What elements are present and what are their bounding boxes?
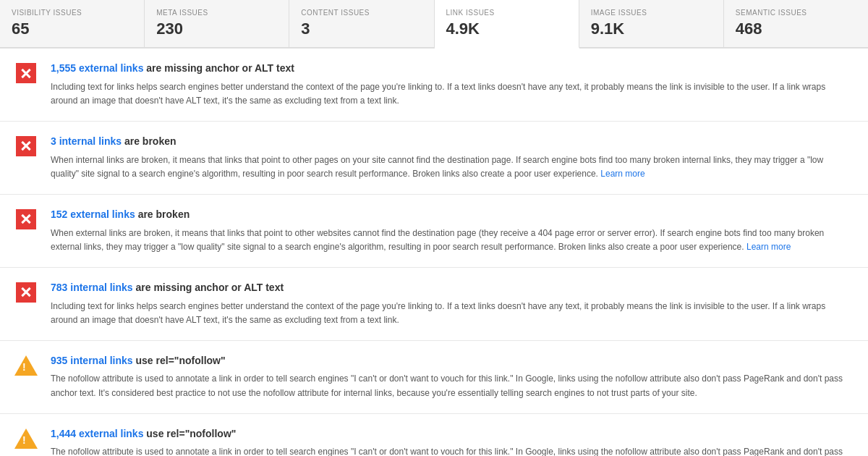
issue-title: 935 internal links use rel="nofollow" bbox=[51, 354, 854, 368]
issue-title: 3 internal links are broken bbox=[51, 135, 854, 149]
stat-item-visibility-issues[interactable]: VISIBILITY ISSUES 65 bbox=[0, 0, 145, 47]
issue-title-link[interactable]: 1,555 external links bbox=[51, 62, 143, 74]
stat-label: META ISSUES bbox=[156, 9, 277, 17]
issue-title-suffix: are missing anchor or ALT text bbox=[133, 282, 284, 293]
issue-row: 3 internal links are broken When interna… bbox=[0, 122, 868, 195]
issue-icon-container bbox=[14, 136, 38, 156]
stat-value: 230 bbox=[156, 20, 277, 38]
issue-row: 783 internal links are missing anchor or… bbox=[0, 268, 868, 341]
issue-title: 1,555 external links are missing anchor … bbox=[51, 62, 854, 76]
issue-row: 1,555 external links are missing anchor … bbox=[0, 48, 868, 122]
issue-description: When external links are broken, it means… bbox=[51, 227, 854, 254]
warning-icon bbox=[14, 355, 38, 376]
issue-title-link[interactable]: 935 internal links bbox=[51, 355, 133, 366]
issue-icon-container bbox=[14, 355, 38, 376]
stat-item-image-issues[interactable]: IMAGE ISSUES 9.1K bbox=[579, 0, 724, 47]
issue-icon-container bbox=[14, 428, 38, 449]
issue-row: 1,444 external links use rel="nofollow" … bbox=[0, 414, 868, 456]
issue-title: 783 internal links are missing anchor or… bbox=[51, 281, 854, 295]
stat-item-content-issues[interactable]: CONTENT ISSUES 3 bbox=[289, 0, 434, 47]
issue-content: 152 external links are broken When exter… bbox=[51, 208, 854, 254]
warning-icon bbox=[14, 428, 38, 449]
issue-content: 935 internal links use rel="nofollow" Th… bbox=[51, 354, 854, 400]
issue-title-suffix: use rel="nofollow" bbox=[143, 428, 236, 439]
issue-description: When internal links are broken, it means… bbox=[51, 153, 854, 181]
learn-more-link[interactable]: Learn more bbox=[600, 169, 644, 179]
issue-title-suffix: are broken bbox=[122, 135, 176, 147]
stat-label: CONTENT ISSUES bbox=[301, 9, 422, 17]
stat-label: VISIBILITY ISSUES bbox=[12, 9, 132, 17]
issue-title-suffix: are broken bbox=[135, 208, 190, 220]
issue-icon-container bbox=[14, 63, 38, 83]
issue-icon-container bbox=[14, 282, 38, 303]
error-icon bbox=[16, 136, 36, 156]
stat-value: 468 bbox=[736, 20, 856, 38]
issue-content: 1,555 external links are missing anchor … bbox=[51, 62, 854, 108]
issue-title-suffix: are missing anchor or ALT text bbox=[143, 62, 294, 74]
stats-bar: VISIBILITY ISSUES 65 META ISSUES 230 CON… bbox=[0, 0, 868, 48]
stat-value: 9.1K bbox=[591, 20, 712, 38]
stat-value: 65 bbox=[12, 20, 132, 38]
issue-row: 152 external links are broken When exter… bbox=[0, 195, 868, 268]
issue-title-suffix: use rel="nofollow" bbox=[133, 355, 226, 366]
issue-title: 152 external links are broken bbox=[51, 208, 854, 222]
issue-description: The nofollow attribute is used to annota… bbox=[51, 445, 854, 456]
stat-label: SEMANTIC ISSUES bbox=[736, 9, 856, 17]
issue-description: The nofollow attribute is used to annota… bbox=[51, 372, 854, 400]
issue-content: 783 internal links are missing anchor or… bbox=[51, 281, 854, 327]
error-icon bbox=[16, 63, 36, 83]
issues-list: 1,555 external links are missing anchor … bbox=[0, 48, 868, 456]
issue-description: Including text for links helps search en… bbox=[51, 80, 854, 108]
stat-item-semantic-issues[interactable]: SEMANTIC ISSUES 468 bbox=[724, 0, 868, 47]
issue-title-link[interactable]: 152 external links bbox=[51, 208, 135, 220]
learn-more-link[interactable]: Learn more bbox=[746, 242, 791, 252]
issue-content: 1,444 external links use rel="nofollow" … bbox=[51, 427, 854, 456]
issue-row: 935 internal links use rel="nofollow" Th… bbox=[0, 341, 868, 414]
stat-item-meta-issues[interactable]: META ISSUES 230 bbox=[145, 0, 289, 47]
issue-title-link[interactable]: 783 internal links bbox=[51, 282, 133, 293]
error-icon bbox=[16, 282, 36, 303]
issue-content: 3 internal links are broken When interna… bbox=[51, 135, 854, 181]
issue-title-link[interactable]: 1,444 external links bbox=[51, 428, 143, 439]
stat-label: IMAGE ISSUES bbox=[591, 9, 712, 17]
stat-value: 4.9K bbox=[446, 20, 567, 38]
error-icon bbox=[16, 209, 36, 229]
issue-title: 1,444 external links use rel="nofollow" bbox=[51, 427, 854, 442]
stat-item-link-issues[interactable]: LINK ISSUES 4.9K bbox=[435, 0, 579, 48]
issue-description: Including text for links helps search en… bbox=[51, 300, 854, 327]
issue-icon-container bbox=[14, 209, 38, 229]
stat-label: LINK ISSUES bbox=[446, 9, 567, 17]
issue-title-link[interactable]: 3 internal links bbox=[51, 135, 122, 147]
stat-value: 3 bbox=[301, 20, 422, 38]
